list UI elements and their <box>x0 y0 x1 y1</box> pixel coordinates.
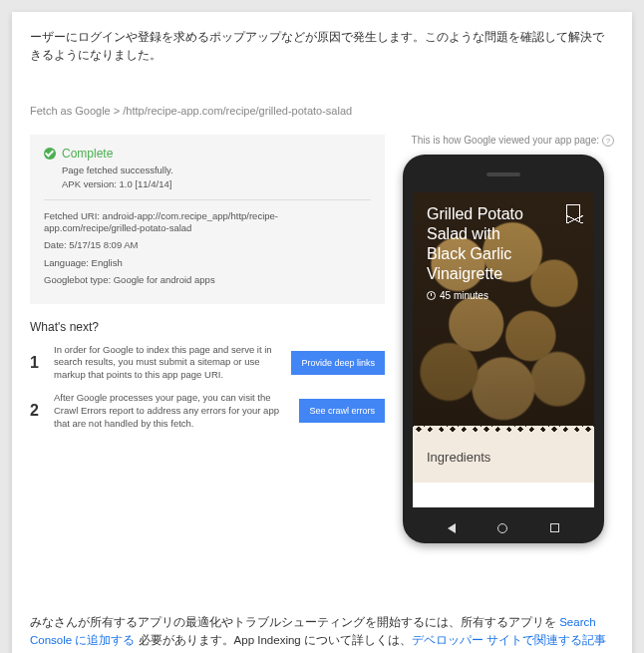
fetch-language: Language: English <box>44 257 371 269</box>
zigzag-divider <box>413 432 594 440</box>
status-sub2: APK version: 1.0 [11/4/14] <box>62 178 371 189</box>
nav-back-icon[interactable] <box>448 523 456 533</box>
nav-home-icon[interactable] <box>497 523 507 533</box>
clock-icon <box>427 291 436 300</box>
status-title: Complete <box>62 147 113 161</box>
fetch-bot-type: Googlebot type: Google for android apps <box>44 274 371 286</box>
status-panel: Complete Page fetched successfully. APK … <box>30 135 385 304</box>
step-row-1: 1 In order for Google to index this page… <box>30 344 385 382</box>
status-sub1: Page fetched successfully. <box>62 164 371 175</box>
breadcrumb-root[interactable]: Fetch as Google <box>30 105 111 117</box>
left-column: Complete Page fetched successfully. APK … <box>30 135 385 543</box>
outro-paragraph: みなさんが所有するアプリの最適化やトラブルシューティングを開始するには、所有する… <box>30 613 614 653</box>
phone-mockup: Grilled Potato Salad with Black Garlic V… <box>403 155 604 543</box>
phone-screen: Grilled Potato Salad with Black Garlic V… <box>413 192 594 507</box>
step-row-2: 2 After Google processes your page, you … <box>30 392 385 430</box>
right-column: This is how Google viewed your app page:… <box>403 135 614 543</box>
recipe-time-text: 45 minutes <box>440 290 488 301</box>
page-container: ーザーにログインや登録を求めるポップアップなどが原因で発生します。このような問題… <box>12 12 632 653</box>
recipe-title: Grilled Potato Salad with Black Garlic V… <box>427 204 536 284</box>
step-number: 2 <box>30 402 44 420</box>
divider <box>44 199 371 200</box>
nav-recent-icon[interactable] <box>550 523 559 532</box>
step-text: After Google processes your page, you ca… <box>54 392 289 430</box>
developer-site-link[interactable]: デベロッパー サイトで関連する記事 <box>412 634 606 646</box>
main-columns: Complete Page fetched successfully. APK … <box>30 135 614 543</box>
ingredients-section: Ingredients <box>413 440 594 483</box>
bookmark-icon[interactable] <box>566 204 580 222</box>
help-icon[interactable]: ? <box>602 135 614 147</box>
provide-deep-links-button[interactable]: Provide deep links <box>291 351 385 375</box>
breadcrumb-path: /http/recipe-app.com/recipe/grilled-pota… <box>123 105 352 117</box>
step-number: 1 <box>30 354 44 372</box>
outro-mid: 必要があります。App Indexing について詳しくは、 <box>135 634 412 646</box>
fetch-date: Date: 5/17/15 8:09 AM <box>44 239 371 251</box>
breadcrumb: Fetch as Google > /http/recipe-app.com/r… <box>30 105 614 117</box>
see-crawl-errors-button[interactable]: See crawl errors <box>299 399 385 423</box>
outro-pre: みなさんが所有するアプリの最適化やトラブルシューティングを開始するには、所有する… <box>30 616 559 628</box>
whats-next-title: What's next? <box>30 320 385 334</box>
status-header: Complete <box>44 147 371 161</box>
recipe-hero: Grilled Potato Salad with Black Garlic V… <box>413 192 594 432</box>
phone-speaker <box>486 172 520 176</box>
check-icon <box>44 148 56 160</box>
step-text: In order for Google to index this page a… <box>54 344 281 382</box>
fetched-uri: Fetched URI: android-app://com.recipe_ap… <box>44 210 371 235</box>
phone-nav-bar <box>403 523 604 533</box>
intro-paragraph: ーザーにログインや登録を求めるポップアップなどが原因で発生します。このような問題… <box>30 28 614 65</box>
preview-label-text: This is how Google viewed your app page: <box>412 135 599 146</box>
breadcrumb-sep: > <box>111 105 124 117</box>
preview-label: This is how Google viewed your app page:… <box>403 135 614 147</box>
recipe-time: 45 minutes <box>427 290 580 301</box>
